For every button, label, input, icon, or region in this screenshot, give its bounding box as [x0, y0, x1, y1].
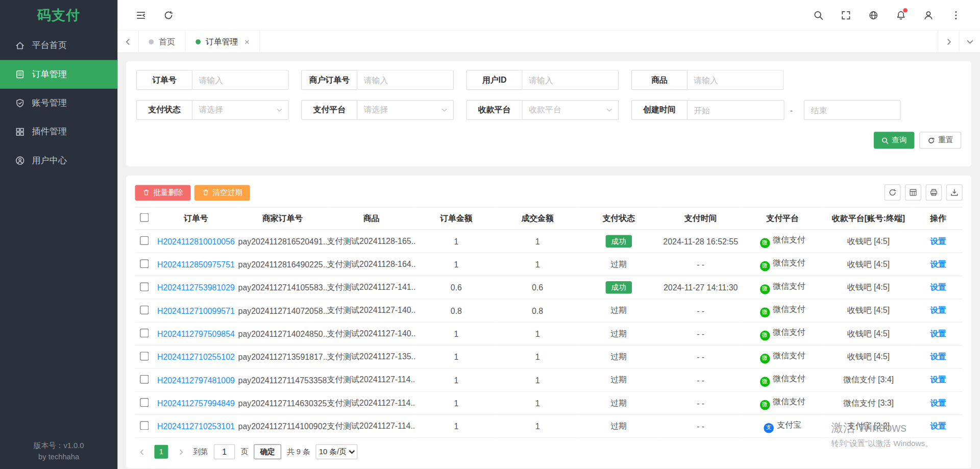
- row-settings-link[interactable]: 设置: [930, 375, 946, 384]
- pay-time-cell: 2024-11-28 16:52:55: [659, 230, 742, 253]
- notifications-bell-icon[interactable]: [891, 6, 910, 24]
- fullscreen-icon[interactable]: [836, 6, 855, 24]
- page-size-select[interactable]: 10 条/页: [316, 445, 358, 459]
- row-settings-link[interactable]: 设置: [930, 329, 946, 338]
- pay-status-select[interactable]: 请选择: [192, 100, 289, 120]
- sidebar-item-home[interactable]: 平台首页: [0, 31, 117, 60]
- order-no-link[interactable]: H2024112710099571: [157, 306, 235, 315]
- row-checkbox[interactable]: [140, 259, 149, 268]
- pay-time-cell: - -: [659, 368, 742, 391]
- table-refresh-button[interactable]: [885, 184, 901, 201]
- platform-name: 微信支付: [773, 351, 805, 360]
- deal-amount-cell: 1: [497, 322, 578, 345]
- sidebar-item-orders[interactable]: 订单管理: [0, 60, 117, 89]
- order-no-link[interactable]: H2024112810010056: [157, 236, 235, 245]
- filter-pay-status: 支付状态 请选择: [136, 100, 289, 120]
- payment-platform-icon: [760, 284, 770, 294]
- goto-page-input[interactable]: [214, 445, 235, 459]
- sidebar-item-accounts[interactable]: 账号管理: [0, 89, 117, 117]
- filter-user-id: 用户ID: [466, 70, 619, 90]
- row-settings-link[interactable]: 设置: [930, 421, 946, 430]
- filter-label: 收款平台: [466, 100, 522, 120]
- receive-platform-select[interactable]: 收款平台: [523, 100, 619, 120]
- status-badge: 成功: [606, 281, 632, 293]
- row-settings-link[interactable]: 设置: [930, 306, 946, 315]
- order-no-link[interactable]: H2024112753981029: [157, 283, 235, 292]
- order-no-link[interactable]: H2024112710255102: [157, 352, 235, 361]
- current-page-button[interactable]: 1: [154, 445, 168, 459]
- deal-amount-cell: 0.6: [497, 276, 578, 299]
- row-settings-link[interactable]: 设置: [930, 259, 946, 268]
- row-checkbox[interactable]: [140, 375, 149, 383]
- page-unit-label: 页: [240, 447, 248, 457]
- order-no-link[interactable]: H2024112757994849: [157, 399, 235, 408]
- select-all-checkbox[interactable]: [140, 213, 149, 222]
- column-header: 支付平台: [742, 207, 823, 230]
- column-header: 支付时间: [659, 207, 742, 230]
- row-checkbox[interactable]: [140, 352, 149, 360]
- order-no-link[interactable]: H2024112797509854: [157, 329, 235, 338]
- merchant-order-no-cell: pay2024112816520491...: [238, 230, 327, 253]
- prev-page-button[interactable]: [135, 445, 149, 459]
- tab-home[interactable]: 首页: [139, 31, 186, 53]
- row-settings-link[interactable]: 设置: [930, 398, 946, 407]
- row-checkbox[interactable]: [140, 282, 149, 291]
- search-icon[interactable]: [809, 6, 828, 24]
- sidebar: 码支付 平台首页 订单管理 账号管理: [0, 0, 117, 469]
- tab-order-management[interactable]: 订单管理 ×: [186, 31, 260, 53]
- column-settings-button[interactable]: [905, 184, 921, 201]
- create-time-end-input[interactable]: [804, 100, 901, 120]
- pay-platform-select[interactable]: 请选择: [357, 100, 454, 120]
- user-avatar-icon[interactable]: [919, 6, 938, 24]
- page-content: 订单号 商户订单号 用户ID 商品: [117, 53, 980, 469]
- order-no-input[interactable]: [192, 70, 289, 90]
- row-checkbox[interactable]: [140, 236, 149, 244]
- refresh-page-icon[interactable]: [159, 6, 178, 24]
- user-id-input[interactable]: [523, 70, 619, 90]
- merchant-order-no-input[interactable]: [357, 70, 454, 90]
- status-badge: 过期: [610, 306, 627, 315]
- tab-menu-dropdown-button[interactable]: [959, 31, 980, 53]
- table-row: H2024112797509854 pay2024112714024850...…: [135, 322, 962, 345]
- search-button[interactable]: 查询: [874, 132, 915, 149]
- order-no-link[interactable]: H2024112850975751: [157, 260, 235, 269]
- row-checkbox[interactable]: [140, 398, 149, 406]
- order-no-link[interactable]: H2024112797481009: [157, 375, 235, 384]
- filter-label: 创建时间: [631, 100, 688, 120]
- goto-confirm-button[interactable]: 确定: [254, 445, 281, 459]
- row-settings-link[interactable]: 设置: [930, 352, 946, 361]
- clear-expired-button[interactable]: 清空过期: [194, 185, 250, 201]
- batch-delete-button[interactable]: 批量删除: [135, 185, 190, 201]
- order-no-link[interactable]: H2024112710253101: [157, 422, 235, 431]
- status-badge: 过期: [610, 375, 627, 384]
- receiver-cell: 收钱吧 [4:5]: [823, 299, 914, 322]
- language-globe-icon[interactable]: [864, 6, 883, 24]
- row-checkbox[interactable]: [140, 305, 149, 314]
- tab-scroll-right-button[interactable]: [938, 31, 959, 53]
- row-checkbox[interactable]: [140, 421, 149, 430]
- select-placeholder: 请选择: [199, 104, 276, 115]
- create-time-start-input[interactable]: [688, 100, 785, 120]
- more-options-icon[interactable]: [946, 6, 965, 24]
- filter-merchant-order-no: 商户订单号: [301, 70, 454, 90]
- next-page-button[interactable]: [174, 445, 187, 459]
- product-cell: 支付测试20241127-141...: [327, 276, 415, 299]
- pay-time-cell: - -: [659, 414, 742, 437]
- merchant-order-no-cell: pay202411271146303259: [238, 391, 327, 414]
- export-button[interactable]: [946, 184, 963, 201]
- reset-button[interactable]: 重置: [919, 132, 961, 149]
- order-amount-cell: 0.6: [415, 276, 497, 299]
- orders-table-panel: 批量删除 清空过期: [126, 176, 971, 468]
- collapse-sidebar-icon[interactable]: [131, 6, 150, 24]
- print-button[interactable]: [925, 184, 942, 201]
- product-input[interactable]: [688, 70, 784, 90]
- sidebar-item-plugins[interactable]: 插件管理: [0, 117, 117, 146]
- row-settings-link[interactable]: 设置: [930, 282, 946, 291]
- notification-dot: [903, 8, 908, 13]
- row-checkbox[interactable]: [140, 328, 149, 337]
- tab-scroll-left-button[interactable]: [117, 31, 139, 53]
- row-settings-link[interactable]: 设置: [930, 236, 946, 245]
- deal-amount-cell: 1: [497, 391, 578, 414]
- tab-close-icon[interactable]: ×: [244, 37, 250, 47]
- sidebar-item-user-center[interactable]: 用户中心: [0, 146, 117, 175]
